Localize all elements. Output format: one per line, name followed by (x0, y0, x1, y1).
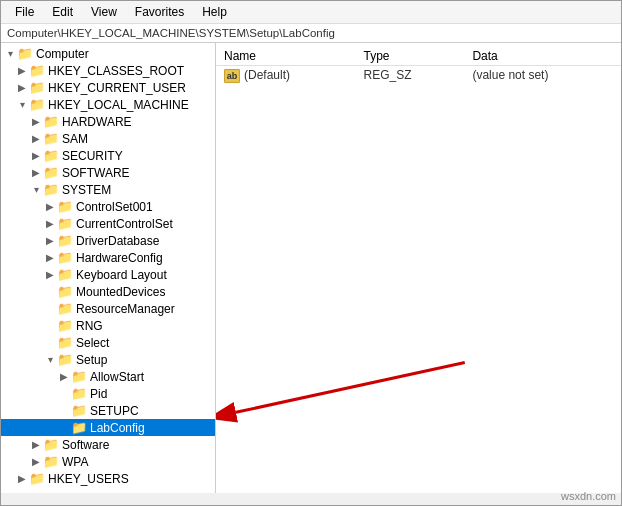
folder-icon-wpa: 📁 (43, 454, 59, 469)
tree-label-hklm: HKEY_LOCAL_MACHINE (48, 98, 189, 112)
expand-btn-setup[interactable]: ▾ (43, 354, 57, 365)
folder-icon-rng: 📁 (57, 318, 73, 333)
folder-icon-pid: 📁 (71, 386, 87, 401)
tree-item-hardware[interactable]: ▶📁HARDWARE (1, 113, 215, 130)
folder-icon-resmgr: 📁 (57, 301, 73, 316)
tree-label-rng: RNG (76, 319, 103, 333)
tree-label-setupc: SETUPC (90, 404, 139, 418)
expand-btn-hkcr[interactable]: ▶ (15, 65, 29, 76)
watermark: wsxdn.com (561, 490, 616, 502)
tree-item-sam[interactable]: ▶📁SAM (1, 130, 215, 147)
tree-label-allowstart: AllowStart (90, 370, 144, 384)
tree-item-select[interactable]: 📁Select (1, 334, 215, 351)
tree-label-drvdb: DriverDatabase (76, 234, 159, 248)
detail-panel: Name Type Data ab(Default)REG_SZ(value n… (216, 43, 621, 89)
tree-item-setupc[interactable]: 📁SETUPC (1, 402, 215, 419)
tree-label-pid: Pid (90, 387, 107, 401)
expand-btn-security[interactable]: ▶ (29, 150, 43, 161)
folder-icon-mntdev: 📁 (57, 284, 73, 299)
col-name: Name (216, 47, 356, 66)
folder-icon-security: 📁 (43, 148, 59, 163)
tree-item-security[interactable]: ▶📁SECURITY (1, 147, 215, 164)
reg-data: (value not set) (464, 66, 621, 85)
expand-btn-hku[interactable]: ▶ (15, 473, 29, 484)
folder-icon-labconfig: 📁 (71, 420, 87, 435)
folder-icon-computer: 📁 (17, 46, 33, 61)
menu-favorites[interactable]: Favorites (127, 3, 192, 21)
tree-item-system[interactable]: ▾📁SYSTEM (1, 181, 215, 198)
tree-item-resmgr[interactable]: 📁ResourceManager (1, 300, 215, 317)
menu-edit[interactable]: Edit (44, 3, 81, 21)
folder-icon-software: 📁 (43, 165, 59, 180)
expand-btn-softwarenode[interactable]: ▶ (29, 439, 43, 450)
tree-label-ccs: CurrentControlSet (76, 217, 173, 231)
expand-btn-allowstart[interactable]: ▶ (57, 371, 71, 382)
menu-help[interactable]: Help (194, 3, 235, 21)
registry-tree: ▾📁Computer▶📁HKEY_CLASSES_ROOT▶📁HKEY_CURR… (1, 43, 216, 493)
col-type: Type (356, 47, 465, 66)
tree-item-kblayout[interactable]: ▶📁Keyboard Layout (1, 266, 215, 283)
expand-btn-software[interactable]: ▶ (29, 167, 43, 178)
tree-label-security: SECURITY (62, 149, 123, 163)
tree-item-pid[interactable]: 📁Pid (1, 385, 215, 402)
folder-icon-drvdb: 📁 (57, 233, 73, 248)
folder-icon-ccs: 📁 (57, 216, 73, 231)
expand-btn-wpa[interactable]: ▶ (29, 456, 43, 467)
reg-name-text: (Default) (244, 68, 290, 82)
tree-item-cs001[interactable]: ▶📁ControlSet001 (1, 198, 215, 215)
menu-view[interactable]: View (83, 3, 125, 21)
folder-icon-allowstart: 📁 (71, 369, 87, 384)
folder-icon-hkcu: 📁 (29, 80, 45, 95)
tree-item-wpa[interactable]: ▶📁WPA (1, 453, 215, 470)
tree-label-sam: SAM (62, 132, 88, 146)
tree-label-mntdev: MountedDevices (76, 285, 165, 299)
tree-item-software[interactable]: ▶📁SOFTWARE (1, 164, 215, 181)
folder-icon-hwcfg: 📁 (57, 250, 73, 265)
tree-label-hku: HKEY_USERS (48, 472, 129, 486)
tree-item-allowstart[interactable]: ▶📁AllowStart (1, 368, 215, 385)
expand-btn-sam[interactable]: ▶ (29, 133, 43, 144)
folder-icon-sam: 📁 (43, 131, 59, 146)
svg-line-1 (236, 363, 465, 413)
tree-item-computer[interactable]: ▾📁Computer (1, 45, 215, 62)
expand-btn-computer[interactable]: ▾ (3, 48, 17, 59)
tree-item-drvdb[interactable]: ▶📁DriverDatabase (1, 232, 215, 249)
arrow-indicator (216, 43, 621, 493)
expand-btn-ccs[interactable]: ▶ (43, 218, 57, 229)
folder-icon-setup: 📁 (57, 352, 73, 367)
tree-label-hkcu: HKEY_CURRENT_USER (48, 81, 186, 95)
expand-btn-hwcfg[interactable]: ▶ (43, 252, 57, 263)
tree-item-softwarenode[interactable]: ▶📁Software (1, 436, 215, 453)
reg-type-icon: ab (224, 69, 240, 83)
table-row[interactable]: ab(Default)REG_SZ(value not set) (216, 66, 621, 85)
menu-file[interactable]: File (7, 3, 42, 21)
tree-item-hku[interactable]: ▶📁HKEY_USERS (1, 470, 215, 487)
expand-btn-kblayout[interactable]: ▶ (43, 269, 57, 280)
tree-label-wpa: WPA (62, 455, 88, 469)
expand-btn-cs001[interactable]: ▶ (43, 201, 57, 212)
folder-icon-softwarenode: 📁 (43, 437, 59, 452)
tree-item-hklm[interactable]: ▾📁HKEY_LOCAL_MACHINE (1, 96, 215, 113)
expand-btn-hkcu[interactable]: ▶ (15, 82, 29, 93)
tree-label-hkcr: HKEY_CLASSES_ROOT (48, 64, 184, 78)
folder-icon-system: 📁 (43, 182, 59, 197)
expand-btn-hardware[interactable]: ▶ (29, 116, 43, 127)
folder-icon-select: 📁 (57, 335, 73, 350)
expand-btn-hklm[interactable]: ▾ (15, 99, 29, 110)
col-data: Data (464, 47, 621, 66)
expand-btn-drvdb[interactable]: ▶ (43, 235, 57, 246)
tree-item-hkcu[interactable]: ▶📁HKEY_CURRENT_USER (1, 79, 215, 96)
tree-item-hkcr[interactable]: ▶📁HKEY_CLASSES_ROOT (1, 62, 215, 79)
tree-item-labconfig[interactable]: 📁LabConfig (1, 419, 215, 436)
expand-btn-system[interactable]: ▾ (29, 184, 43, 195)
tree-item-ccs[interactable]: ▶📁CurrentControlSet (1, 215, 215, 232)
tree-item-mntdev[interactable]: 📁MountedDevices (1, 283, 215, 300)
folder-icon-cs001: 📁 (57, 199, 73, 214)
tree-label-cs001: ControlSet001 (76, 200, 153, 214)
tree-item-setup[interactable]: ▾📁Setup (1, 351, 215, 368)
breadcrumb: Computer\HKEY_LOCAL_MACHINE\SYSTEM\Setup… (7, 27, 335, 39)
tree-item-rng[interactable]: 📁RNG (1, 317, 215, 334)
registry-values-table: Name Type Data ab(Default)REG_SZ(value n… (216, 47, 621, 85)
tree-item-hwcfg[interactable]: ▶📁HardwareConfig (1, 249, 215, 266)
folder-icon-hklm: 📁 (29, 97, 45, 112)
